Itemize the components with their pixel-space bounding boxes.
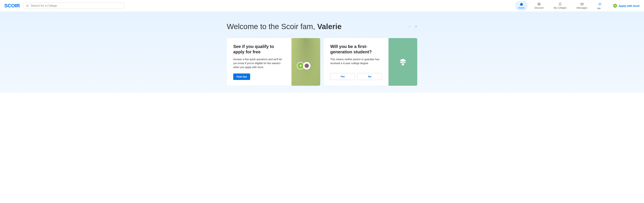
card-title: Will you be a first-generation student? <box>330 44 382 54</box>
cards-row: See if you qualify to apply for free Ans… <box>227 38 417 86</box>
nav-discover[interactable]: Discover <box>532 1 546 10</box>
chevron-left-icon <box>408 24 410 28</box>
svg-marker-3 <box>538 4 540 5</box>
nav-my-colleges[interactable]: My Colleges <box>551 1 570 10</box>
bolt-icon <box>613 4 617 8</box>
nav-messages[interactable]: Messages <box>574 1 590 10</box>
card-title: See if you qualify to apply for free <box>233 44 285 54</box>
carousel-next-button[interactable] <box>415 24 417 28</box>
apply-with-scoir-button[interactable]: Apply with Scoir <box>613 4 640 8</box>
svg-point-0 <box>26 5 28 6</box>
nav-label: Home <box>518 6 524 9</box>
logo[interactable]: SCOIR <box>4 3 20 8</box>
card-side-icon <box>388 38 417 86</box>
nav-label: Discover <box>534 6 544 9</box>
card-description: This means neither parent or guardian ha… <box>330 58 382 66</box>
welcome-title: Welcome to the Scoir fam, Valerie <box>227 22 342 31</box>
mail-icon <box>580 2 584 6</box>
nav-label: Me <box>597 7 602 10</box>
commonapp-badge-icon <box>303 62 310 70</box>
yes-button[interactable]: Yes <box>330 73 355 80</box>
logo-text: SCOIR <box>4 3 20 8</box>
nav-home[interactable]: Home <box>515 1 528 10</box>
card-description: Answer a few quick questions and we'll l… <box>233 58 285 69</box>
no-button[interactable]: No <box>358 73 382 80</box>
home-icon <box>520 2 523 6</box>
main-content: Welcome to the Scoir fam, Valerie See if… <box>0 12 644 93</box>
avatar: V <box>598 2 602 6</box>
find-out-button[interactable]: Find Out <box>233 74 250 80</box>
welcome-name: Valerie <box>317 22 342 31</box>
apply-label: Apply with Scoir <box>618 4 640 7</box>
card-fee-waiver: See if you qualify to apply for free Ans… <box>227 38 320 86</box>
card-first-gen: Will you be a first-generation student? … <box>324 38 417 86</box>
graduate-icon <box>399 58 407 66</box>
welcome-row: Welcome to the Scoir fam, Valerie <box>227 22 417 31</box>
app-header: SCOIR Home Discover My Colleges Messages… <box>0 0 644 12</box>
chevron-down-icon <box>601 7 602 8</box>
main-nav: Home Discover My Colleges Messages V Me … <box>515 0 640 11</box>
search-input[interactable] <box>31 4 121 7</box>
carousel-prev-button[interactable] <box>408 24 410 28</box>
svg-line-1 <box>28 6 28 7</box>
search-icon <box>26 4 29 7</box>
nav-label: My Colleges <box>554 6 567 9</box>
nav-label: Messages <box>576 6 587 9</box>
search-box[interactable] <box>23 2 124 9</box>
compass-icon <box>538 2 541 6</box>
card-image <box>292 38 320 86</box>
bookmark-icon <box>558 2 562 6</box>
carousel-nav <box>408 24 417 28</box>
nav-me[interactable]: V Me <box>594 0 605 11</box>
chevron-right-icon <box>415 24 417 28</box>
welcome-prefix: Welcome to the Scoir fam, <box>227 22 317 31</box>
